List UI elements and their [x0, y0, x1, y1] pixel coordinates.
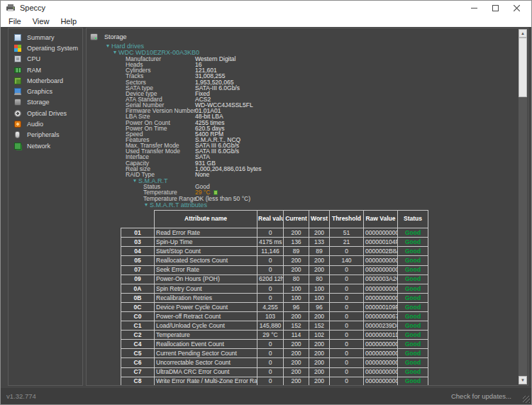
- window-title: Speccy: [20, 4, 45, 12]
- peripherals-icon: [15, 131, 20, 138]
- table-row: C5 Current Pending Sector Count 0 200 20…: [121, 349, 428, 358]
- sidebar-item[interactable]: Optical Drives: [9, 108, 82, 118]
- attr-name: Current Pending Sector Count: [155, 349, 257, 358]
- content-panel: Storage ▾ Hard drives ▾ WDC WD10EZRX-00A…: [86, 28, 528, 386]
- table-row: 04 Start/Stop Count 11,146 89 89 0 00000…: [121, 247, 428, 256]
- menu-item[interactable]: View: [27, 15, 55, 27]
- attr-real-value: 0: [257, 256, 284, 265]
- attr-worst: 80: [309, 274, 330, 284]
- smart-temp-range-row: Temperature Range OK (less than 50 °C): [87, 196, 519, 201]
- sidebar-item-label: Storage: [27, 99, 50, 106]
- menu-item-label: File: [9, 17, 21, 26]
- attr-id: C0: [121, 312, 155, 321]
- os-icon: [14, 45, 21, 52]
- spec-row: Power On Time 620.5 days: [87, 126, 519, 131]
- attr-worst: 102: [309, 331, 330, 340]
- sidebar-item[interactable]: Network: [9, 140, 82, 151]
- attr-status: Good: [398, 349, 428, 358]
- attr-id: C1: [121, 321, 155, 331]
- sidebar-item[interactable]: Summary: [9, 32, 82, 43]
- attr-current: 152: [284, 321, 309, 331]
- sidebar-item[interactable]: RAM: [9, 65, 82, 75]
- attr-name: Recalibration Retries: [155, 293, 257, 302]
- attr-id: 0B: [121, 293, 155, 302]
- attr-real-value: 11,146: [257, 247, 284, 256]
- attr-current: 136: [284, 238, 309, 247]
- attr-status: Good: [398, 377, 428, 385]
- spec-row: Speed 5400 RPM: [87, 131, 519, 137]
- sidebar-item[interactable]: Peripherals: [9, 130, 82, 140]
- col-attribute-name: Attribute name: [155, 211, 257, 228]
- spec-value: None: [195, 172, 209, 177]
- check-updates-link[interactable]: Check for updates...: [451, 392, 511, 400]
- cpu-icon: [14, 55, 21, 62]
- attr-status: Good: [398, 321, 428, 331]
- minimize-button[interactable]: [463, 1, 484, 14]
- table-row: 03 Spin-Up Time 4175 ms 136 133 21 00000…: [121, 238, 428, 247]
- col-real-value: Real value: [257, 211, 284, 228]
- attr-worst: 96: [309, 302, 330, 311]
- sidebar-item-label: Summary: [27, 34, 55, 41]
- sidebar-item-label: Optical Drives: [27, 110, 67, 117]
- table-row: 0C Device Power Cycle Count 4,255 96 96 …: [121, 302, 428, 311]
- attr-worst: 200: [309, 358, 330, 367]
- speccy-logo-icon: [6, 4, 16, 12]
- sidebar-item[interactable]: Graphics: [9, 86, 82, 96]
- attr-name: Reallocation Event Count: [155, 340, 257, 349]
- collapse-arrow-icon[interactable]: ▾: [113, 50, 116, 55]
- maximize-button[interactable]: [484, 1, 506, 14]
- smart-attributes-node[interactable]: S.M.A.R.T attributes: [150, 201, 207, 209]
- spec-row: Capacity 931 GB: [87, 160, 519, 166]
- vertical-scrollbar[interactable]: ▲ ▼: [519, 29, 527, 384]
- attr-raw-value: 0000000000: [364, 284, 398, 293]
- sidebar-item[interactable]: CPU: [9, 54, 82, 65]
- attr-raw-value: 0000000067: [364, 312, 398, 321]
- attr-status: Good: [398, 238, 428, 247]
- workspace: Summary Operating System CPU RAM Motherb…: [1, 27, 531, 388]
- attr-real-value: 0: [257, 367, 284, 377]
- attr-real-value: 0: [257, 340, 284, 349]
- attr-id: 0A: [121, 284, 155, 293]
- scrollbar-thumb[interactable]: [519, 38, 527, 97]
- attr-id: 01: [121, 228, 155, 238]
- col-status: Status: [398, 211, 428, 228]
- scroll-down-button[interactable]: ▼: [519, 376, 527, 384]
- attr-worst: 200: [309, 349, 330, 358]
- attr-real-value: 0: [257, 284, 284, 293]
- sidebar-item[interactable]: Motherboard: [9, 75, 82, 86]
- attr-current: 80: [284, 274, 309, 284]
- attr-threshold: 51: [330, 228, 364, 238]
- storage-icon: [14, 99, 21, 106]
- menu-item-label: View: [33, 17, 50, 26]
- attr-id: 07: [121, 265, 155, 274]
- attr-raw-value: 000000001D: [364, 331, 398, 340]
- sidebar-item[interactable]: Audio: [9, 118, 82, 129]
- sidebar-item-label: CPU: [27, 55, 40, 62]
- attr-name: Load/Unload Cycle Count: [155, 321, 257, 331]
- attr-real-value: 620d 12h: [257, 274, 284, 284]
- attr-threshold: 0: [330, 377, 364, 385]
- attr-worst: 152: [309, 321, 330, 331]
- attr-name: Spin Retry Count: [155, 284, 257, 293]
- attr-raw-value: 0000000000: [364, 367, 398, 377]
- optical-icon: [14, 110, 21, 117]
- sidebar-item[interactable]: Operating System: [9, 43, 82, 53]
- close-button[interactable]: [506, 1, 527, 14]
- hard-drives-node[interactable]: Hard drives: [111, 43, 144, 50]
- attr-real-value: 4175 ms: [257, 238, 284, 247]
- sidebar-item[interactable]: Storage: [9, 97, 82, 108]
- scroll-up-button[interactable]: ▲: [519, 29, 527, 38]
- table-row: C4 Reallocation Event Count 0 200 200 0 …: [121, 340, 428, 349]
- attr-name: UltraDMA CRC Error Count: [155, 367, 257, 377]
- menu-item[interactable]: File: [3, 15, 27, 27]
- spec-label: RAID Type: [126, 171, 155, 178]
- collapse-arrow-icon[interactable]: ▾: [133, 178, 136, 184]
- attr-name: Seek Error Rate: [155, 265, 257, 274]
- resize-grip[interactable]: [523, 396, 530, 403]
- collapse-arrow-icon[interactable]: ▾: [145, 202, 148, 208]
- collapse-arrow-icon[interactable]: ▾: [106, 43, 109, 49]
- drive-spec-list: Manufacturer Western Digital Heads 16 Cy…: [87, 56, 519, 177]
- attr-real-value: 0: [257, 377, 284, 385]
- attr-worst: 200: [309, 340, 330, 349]
- menu-item[interactable]: Help: [55, 15, 82, 27]
